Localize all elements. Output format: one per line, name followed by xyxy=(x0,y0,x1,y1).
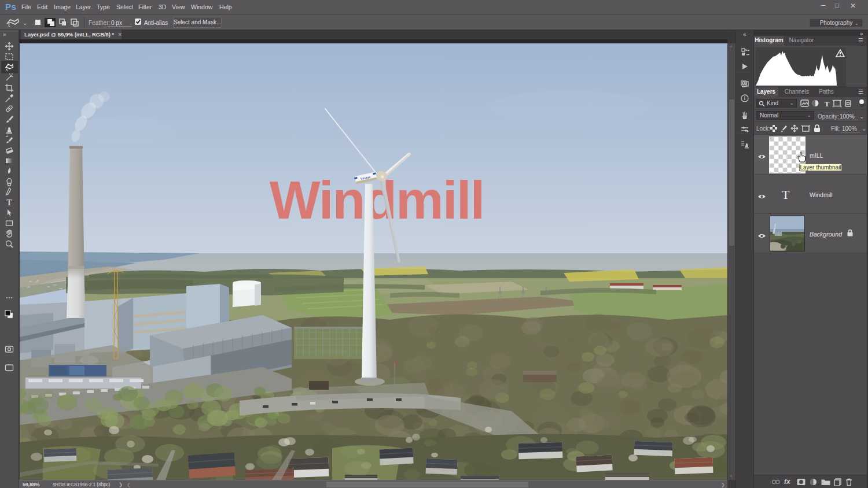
svg-text:T: T xyxy=(6,198,12,207)
svg-text:T: T xyxy=(825,99,830,108)
